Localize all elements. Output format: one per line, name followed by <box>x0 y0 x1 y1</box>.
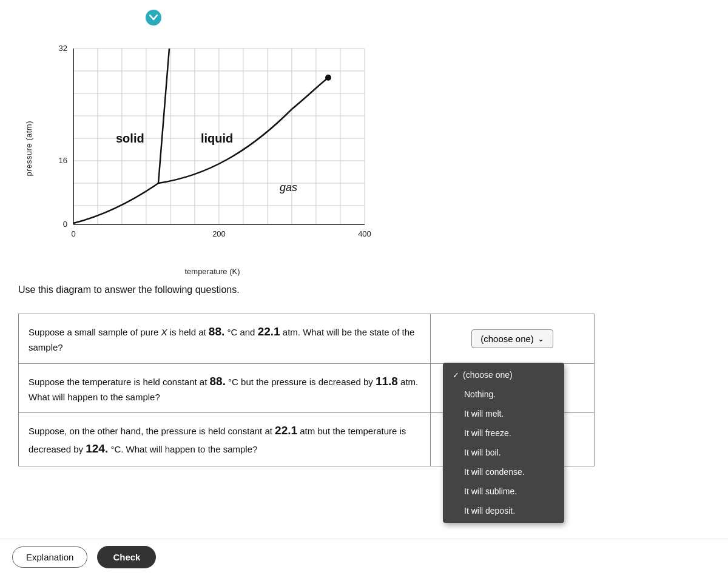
dropdown-item-label: (choose one) <box>463 370 513 380</box>
choose-one-dropdown-1[interactable]: (choose one) ⌄ <box>471 329 553 348</box>
dropdown-item-label: It will deposit. <box>464 506 515 516</box>
instruction-text: Use this diagram to answer the following… <box>18 284 576 295</box>
answer-dropdown-menu[interactable]: (choose one) Nothing. It will melt. It w… <box>443 363 564 523</box>
check-button[interactable]: Check <box>97 546 156 568</box>
phase-diagram-chart: 0 16 32 0 200 400 <box>37 36 377 261</box>
question-cell-1: Suppose a small sample of pure X is held… <box>19 314 431 364</box>
dropdown-item-label: Nothing. <box>464 389 496 399</box>
dropdown-item-deposit[interactable]: It will deposit. <box>443 501 564 520</box>
svg-text:gas: gas <box>280 181 297 193</box>
dropdown-item-boil[interactable]: It will boil. <box>443 443 564 462</box>
question-cell-3: Suppose, on the other hand, the pressure… <box>19 413 431 466</box>
question-cell-2: Suppose the temperature is held constant… <box>19 363 431 413</box>
chevron-down-icon: ⌄ <box>538 334 544 343</box>
svg-text:solid: solid <box>116 132 144 145</box>
svg-text:32: 32 <box>59 44 67 53</box>
svg-text:0: 0 <box>71 229 75 238</box>
dropdown-item-melt[interactable]: It will melt. <box>443 404 564 423</box>
svg-text:0: 0 <box>63 220 67 229</box>
dropdown-item-label: It will freeze. <box>464 428 511 438</box>
y-axis-label: pressure (atm) <box>24 121 33 177</box>
svg-text:400: 400 <box>358 229 371 238</box>
x-axis-label: temperature (K) <box>42 267 382 276</box>
bottom-bar: Explanation Check <box>0 539 728 575</box>
dropdown-item-label: It will boil. <box>464 448 501 457</box>
chevron-down-icon[interactable] <box>146 10 161 25</box>
dropdown-item-label: It will condense. <box>464 467 525 477</box>
answer-cell-1: (choose one) ⌄ <box>431 314 595 364</box>
phase-diagram-wrapper: pressure (atm) <box>24 36 576 261</box>
svg-text:16: 16 <box>59 156 67 165</box>
explanation-button[interactable]: Explanation <box>12 546 87 568</box>
dropdown-item-sublime[interactable]: It will sublime. <box>443 482 564 501</box>
svg-point-30 <box>325 75 331 81</box>
table-row: Suppose a small sample of pure X is held… <box>19 314 595 364</box>
svg-text:liquid: liquid <box>201 132 233 145</box>
chart-svg: 0 16 32 0 200 400 <box>37 36 377 261</box>
svg-text:200: 200 <box>212 229 226 238</box>
dropdown-item-nothing[interactable]: Nothing. <box>443 385 564 404</box>
dropdown-item-choose-one[interactable]: (choose one) <box>443 365 564 385</box>
dropdown-item-label: It will sublime. <box>464 486 517 496</box>
dropdown-item-condense[interactable]: It will condense. <box>443 462 564 482</box>
dropdown-item-freeze[interactable]: It will freeze. <box>443 423 564 443</box>
dropdown-item-label: It will melt. <box>464 409 504 419</box>
